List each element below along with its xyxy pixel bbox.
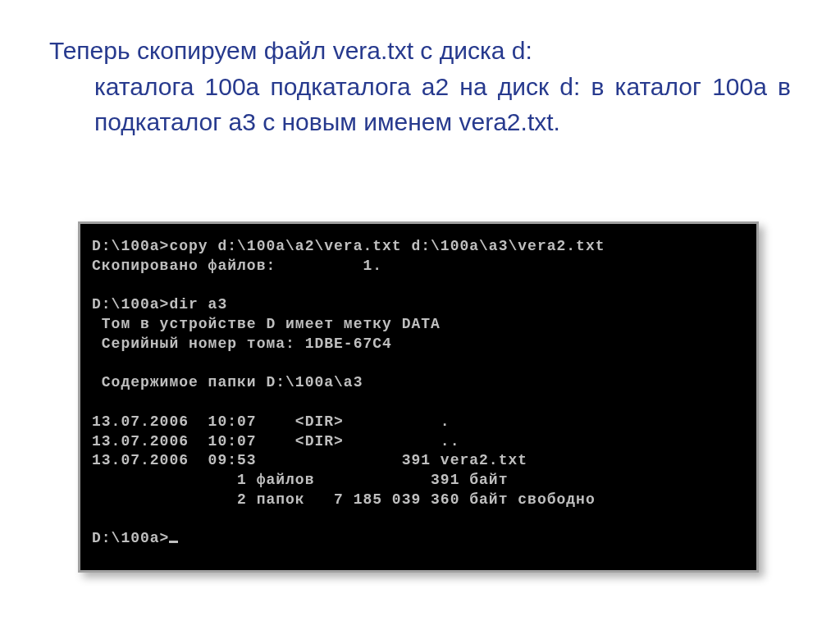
term-l12: 1 файлов 391 байт: [92, 472, 508, 488]
term-l4: Том в устройстве D имеет метку DATA: [92, 316, 441, 332]
caption-line1: Теперь скопируем файл vera.txt с диска d…: [49, 37, 532, 64]
term-l5: Серийный номер тома: 1DBE-67C4: [92, 336, 392, 352]
terminal-output: D:\100a>copy d:\100a\a2\vera.txt d:\100a…: [92, 237, 745, 549]
caption-rest: каталога 100а подкаталога а2 на диск d: …: [49, 69, 791, 140]
term-l9: 13.07.2006 10:07 <DIR> .: [92, 413, 450, 430]
terminal-window: D:\100a>copy d:\100a\a2\vera.txt d:\100a…: [78, 221, 759, 573]
term-l11: 13.07.2006 09:53 391 vera2.txt: [92, 452, 527, 468]
slide-caption: Теперь скопируем файл vera.txt с диска d…: [49, 33, 791, 140]
cursor-icon: [169, 541, 178, 543]
term-l10: 13.07.2006 10:07 <DIR> ..: [92, 433, 459, 450]
slide: Теперь скопируем файл vera.txt с диска d…: [0, 0, 840, 630]
term-l13: 2 папок 7 185 039 360 байт свободно: [92, 491, 596, 508]
term-l15: D:\100a>: [92, 530, 169, 546]
term-l3: D:\100a>dir a3: [92, 296, 227, 313]
term-l7: Содержимое папки D:\100a\a3: [92, 374, 363, 390]
term-l1: Скопировано файлов: 1.: [92, 258, 382, 274]
term-l0: D:\100a>copy d:\100a\a2\vera.txt d:\100a…: [92, 238, 605, 254]
